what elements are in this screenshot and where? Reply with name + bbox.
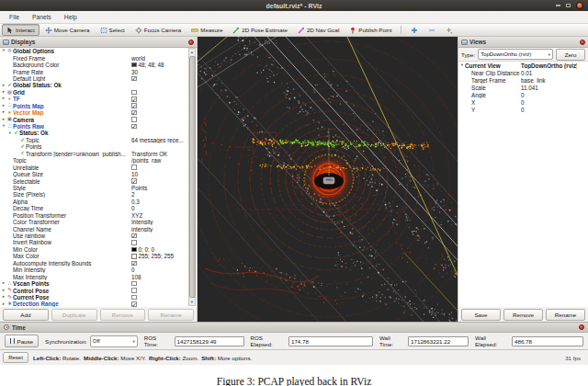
display-property-row[interactable]: Default Light (0, 75, 187, 82)
checkbox-unchecked[interactable] (131, 117, 137, 122)
property-value[interactable]: /points_raw (131, 157, 186, 164)
display-property-row[interactable]: ✓Transform [sender=unknown_publish...Tra… (0, 151, 187, 157)
wall-elapsed-field[interactable] (512, 336, 583, 346)
maximize-icon[interactable] (566, 4, 571, 7)
checkbox-unchecked[interactable] (131, 165, 137, 170)
scroll-down-icon[interactable]: ▾ (191, 299, 193, 305)
property-value[interactable]: 0 (521, 99, 577, 106)
display-property-row[interactable]: Autocompute Intensity Bounds (0, 260, 187, 267)
titlebar[interactable]: default.rviz* - RViz (0, 0, 588, 11)
select-tool-button[interactable]: Select (96, 24, 130, 36)
minimize-icon[interactable] (556, 5, 560, 6)
focus-camera-tool-button[interactable]: Focus Camera (130, 24, 187, 36)
display-property-row[interactable]: ▸✎Control Pose (0, 287, 187, 293)
views-remove-button[interactable]: Remove (503, 309, 543, 321)
display-property-row[interactable]: Unreliable (0, 164, 187, 170)
property-value[interactable] (131, 261, 186, 267)
checkbox-checked[interactable] (131, 103, 137, 108)
display-property-row[interactable]: ▾∴Points Raw (0, 123, 187, 130)
property-value[interactable]: 255; 255; 255 (131, 253, 186, 259)
display-property-row[interactable]: Min Color0; 0; 0 (0, 246, 187, 253)
checkbox-checked[interactable] (131, 233, 137, 239)
checkbox-unchecked[interactable] (131, 288, 137, 293)
display-property-row[interactable]: Selectable (0, 177, 187, 184)
views-rename-button[interactable]: Rename (546, 309, 585, 321)
property-value[interactable]: 0 (521, 107, 577, 113)
checkbox-checked[interactable] (131, 110, 137, 116)
display-property-row[interactable]: Decay Time0 (0, 205, 187, 211)
checkbox-unchecked[interactable] (131, 281, 137, 287)
display-property-row[interactable]: ▸∴Vscan Points (0, 280, 187, 287)
display-property-row[interactable]: ▸+TF (0, 96, 187, 102)
display-property-row[interactable]: ✓Points (0, 143, 187, 150)
scroll-up-icon[interactable]: ▴ (191, 49, 193, 55)
property-value[interactable]: XYZ (131, 212, 186, 219)
property-value[interactable] (131, 240, 186, 245)
property-value[interactable]: 10 (131, 171, 186, 177)
display-property-row[interactable]: Channel Nameintensity (0, 225, 187, 232)
ros-time-field[interactable] (175, 336, 244, 346)
view-property-row[interactable]: Y0 (458, 106, 579, 113)
display-property-row[interactable]: Invert Rainbow (0, 239, 187, 245)
move-camera-tool-button[interactable]: Move Camera (40, 24, 95, 36)
display-property-row[interactable]: Background Color48; 48; 48 (0, 62, 187, 68)
display-property-row[interactable]: Fixed Frameworld (0, 54, 187, 61)
property-value[interactable] (131, 117, 186, 122)
view-property-row[interactable]: Near Clip Distance0.01 (458, 69, 579, 76)
checkbox-checked[interactable] (131, 178, 137, 184)
checkbox-unchecked[interactable] (131, 90, 137, 96)
property-value[interactable] (131, 288, 186, 293)
close-panel-icon[interactable] (580, 40, 585, 45)
checkbox-checked[interactable] (131, 124, 137, 130)
display-property-row[interactable]: Color TransformerIntensity (0, 219, 187, 225)
property-value[interactable] (131, 233, 186, 239)
property-value[interactable]: 11.041 (521, 85, 577, 91)
sync-select[interactable]: Off ▾ (90, 335, 138, 347)
menu-help[interactable]: Help (58, 12, 84, 22)
view-property-row[interactable]: Scale11.041 (458, 84, 579, 91)
property-value[interactable] (131, 295, 186, 301)
property-value[interactable] (131, 103, 186, 108)
displays-remove-button[interactable]: Remove (100, 309, 146, 321)
property-value[interactable]: base_link (521, 77, 577, 84)
display-property-row[interactable]: Frame Rate30 (0, 68, 187, 74)
measure-tool-button[interactable]: Measure (187, 24, 227, 36)
close-panel-icon[interactable] (188, 40, 194, 45)
checkbox-unchecked[interactable] (131, 240, 137, 245)
view-type-select[interactable]: TopDownOrtho (rviz) ▾ (478, 49, 553, 60)
3d-viewport-scene[interactable] (198, 37, 458, 322)
checkbox-checked[interactable] (131, 261, 137, 267)
property-value[interactable]: Points (131, 185, 186, 191)
display-property-row[interactable]: ▸✓Global Status: Ok (0, 82, 187, 88)
property-value[interactable]: 0 (131, 267, 186, 273)
tool-properties-button[interactable] (441, 24, 458, 36)
add-tool-button[interactable] (406, 24, 423, 36)
property-value[interactable]: 0 (131, 205, 186, 211)
time-panel-header[interactable]: Time (0, 322, 588, 333)
menu-panels[interactable]: Panels (26, 12, 58, 22)
displays-duplicate-button[interactable]: Duplicate (51, 309, 97, 321)
view-property-row[interactable]: Target Framebase_link (458, 76, 579, 84)
display-property-row[interactable]: ▸●Vector Map (0, 109, 187, 116)
display-property-row[interactable]: ✓Topic64 messages rece... (0, 137, 187, 143)
property-value[interactable] (131, 281, 186, 287)
property-value[interactable]: 0 (521, 92, 577, 98)
property-value[interactable]: 108 (131, 274, 186, 280)
display-property-row[interactable]: ▸✎Current Pose (0, 294, 187, 301)
property-value[interactable] (131, 124, 186, 130)
property-value[interactable]: Intensity (131, 219, 186, 225)
display-property-row[interactable]: StylePoints (0, 185, 187, 191)
display-property-row[interactable]: Queue Size10 (0, 171, 187, 177)
close-icon[interactable] (576, 2, 583, 9)
view-property-row[interactable]: Angle0 (458, 91, 579, 98)
scroll-thumb[interactable] (189, 56, 196, 299)
property-value[interactable]: 64 messages rece... (131, 137, 186, 143)
property-value[interactable]: 2 (131, 191, 186, 198)
remove-tool-button[interactable] (424, 24, 440, 36)
display-property-row[interactable]: Use rainbow (0, 233, 187, 239)
ros-elapsed-field[interactable] (288, 336, 373, 346)
checkbox-checked[interactable] (131, 76, 137, 82)
view-property-row[interactable]: X0 (458, 98, 579, 106)
checkbox-unchecked[interactable] (131, 295, 137, 301)
property-value[interactable]: intensity (131, 226, 186, 233)
